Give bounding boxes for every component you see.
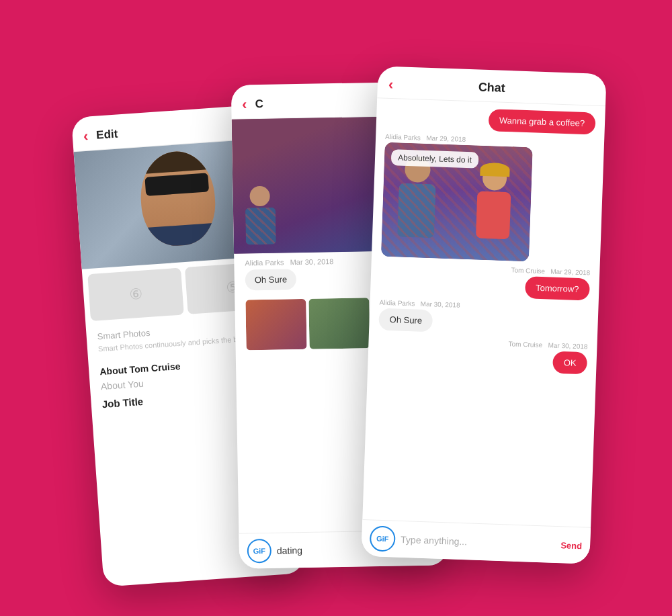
sender-3: Tom Cruise	[511, 266, 545, 275]
chat-image: Absolutely, Lets do it	[381, 142, 533, 261]
jacket	[138, 222, 218, 248]
figure-woman	[468, 165, 518, 254]
sender-2: Alidia Parks	[385, 132, 421, 141]
chat-messages: Wanna grab a coffee? Alidia Parks Mar 29…	[362, 98, 605, 527]
msg-meta-3: Tom Cruise Mar 29, 2018	[511, 266, 590, 276]
chat-right-input[interactable]: Type anything...	[401, 533, 556, 549]
send-button-right[interactable]: Send	[560, 539, 582, 550]
figure-man	[391, 156, 442, 251]
photo-thumb-1[interactable]: ⑥	[87, 267, 184, 321]
chat-mid-title: C	[255, 97, 263, 110]
sender-4: Alidia Parks	[379, 298, 415, 307]
msg-meta-4: Alidia Parks Mar 30, 2018	[379, 298, 460, 308]
msg-inside-image: Absolutely, Lets do it	[391, 149, 479, 169]
msg-row-2: Alidia Parks Mar 29, 2018	[381, 132, 595, 263]
edit-back-icon[interactable]: ‹	[83, 127, 89, 144]
bubble-3: Tomorrow?	[525, 276, 590, 300]
msg-meta-2: Alidia Parks Mar 29, 2018	[385, 132, 466, 142]
msg-row-3: Tom Cruise Mar 29, 2018 Tomorrow?	[380, 261, 590, 300]
chat-right-title: Chat	[478, 80, 505, 95]
chat-right-back-icon[interactable]: ‹	[388, 75, 393, 93]
edit-title: Edit	[96, 127, 118, 142]
msg-row-1: Wanna grab a coffee?	[386, 105, 596, 134]
hair	[138, 148, 216, 174]
gif-button-right[interactable]: GiF	[370, 525, 396, 552]
date-3: Mar 29, 2018	[550, 267, 590, 276]
mid-photo-small-2	[308, 298, 370, 349]
phone-chat-right: ‹ Chat Wanna grab a coffee? Alidia Parks…	[361, 66, 606, 564]
mid-date: Mar 30, 2018	[290, 257, 333, 266]
photo-bg-2	[308, 298, 370, 349]
msg-row-4: Alidia Parks Mar 30, 2018 Oh Sure	[378, 298, 589, 337]
bubble-1: Wanna grab a coffee?	[488, 109, 595, 135]
date-4: Mar 30, 2018	[420, 300, 460, 308]
face	[138, 148, 218, 247]
sender-5: Tom Cruise	[508, 340, 542, 349]
photo-icon-1: ⑥	[128, 285, 143, 303]
mid-sender: Alidia Parks	[245, 258, 284, 267]
msg-meta-5: Tom Cruise Mar 30, 2018	[508, 340, 587, 350]
man-body	[396, 183, 435, 238]
chat-mid-back-icon[interactable]: ‹	[242, 95, 247, 113]
mid-message-bubble: Oh Sure	[245, 269, 297, 290]
chat-right-input-area: GiF Type anything... Send	[361, 519, 591, 564]
sunglasses	[144, 173, 209, 195]
profile-face-art	[138, 148, 218, 247]
woman-body	[476, 191, 511, 239]
date-5: Mar 30, 2018	[548, 341, 587, 350]
photo-bg-1	[245, 298, 306, 350]
bubble-5: OK	[552, 351, 587, 374]
scene: ‹ Edit ⑥ ⑤ +	[74, 56, 598, 560]
bubble-4: Oh Sure	[378, 308, 433, 332]
date-2: Mar 29, 2018	[426, 134, 466, 142]
mid-photo-small-1	[245, 298, 306, 350]
woman-head	[482, 165, 507, 190]
gif-button-mid[interactable]: GiF	[247, 538, 272, 563]
msg-row-5: Tom Cruise Mar 30, 2018 OK	[377, 335, 587, 374]
person-silhouette-1	[239, 185, 281, 247]
